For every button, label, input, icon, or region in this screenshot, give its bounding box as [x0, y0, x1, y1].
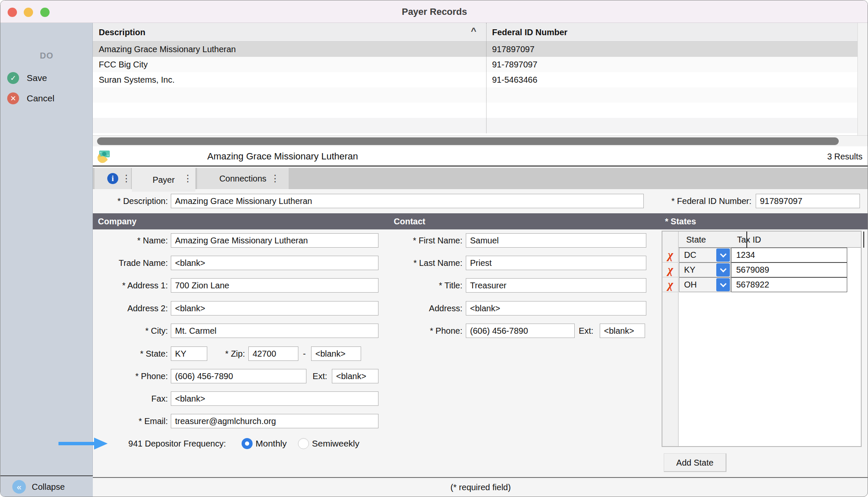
state-dropdown-button[interactable] [716, 278, 730, 291]
delete-state-icon[interactable]: χ [662, 248, 679, 262]
save-button[interactable]: ✓ Save [0, 70, 93, 86]
state-dropdown-button[interactable] [716, 248, 730, 262]
tab-menu-dots-icon[interactable]: ⋮ [270, 168, 280, 189]
column-header-federal-id[interactable]: Federal ID Number [492, 23, 568, 42]
tab-menu-dots-icon[interactable]: ⋮ [122, 168, 131, 189]
fax-label: Fax: [64, 391, 168, 406]
states-header-row: State Tax ID [679, 232, 861, 248]
title-input[interactable]: Treasurer [466, 278, 646, 293]
delete-state-icon[interactable]: χ [662, 262, 679, 277]
tab-payer-label: Payer [153, 175, 175, 185]
column-header-description[interactable]: Description [99, 23, 145, 42]
window-title: Payer Records [0, 0, 868, 23]
contact-ext-input[interactable]: <blank> [600, 324, 645, 338]
zip-input[interactable]: 42700 [248, 346, 298, 361]
section-header-company: Company [98, 213, 136, 229]
states-column-state: State [686, 232, 706, 248]
city-label: * City: [64, 324, 168, 338]
email-input[interactable]: treasurer@agmlchurch.org [171, 414, 378, 428]
cell-description: Suran Systems, Inc. [99, 72, 175, 87]
table-vertical-scrollbar[interactable] [857, 23, 868, 135]
scrollbar-thumb[interactable] [97, 137, 839, 145]
fax-input[interactable]: <blank> [171, 391, 378, 406]
table-row[interactable]: FCC Big City 91-7897097 [93, 57, 857, 72]
federal-id-label: * Federal ID Number: [649, 194, 751, 208]
depositor-frequency-label: 941 Depositor Frequency: [95, 436, 226, 451]
trade-name-label: Trade Name: [64, 256, 168, 270]
table-row-empty [93, 103, 857, 118]
tab-menu-dots-icon[interactable]: ⋮ [183, 168, 192, 189]
zip-plus4-input[interactable]: <blank> [311, 346, 361, 361]
states-row: χ KY 5679089 [662, 262, 861, 277]
radio-monthly[interactable] [242, 438, 253, 449]
chevron-down-icon [720, 265, 726, 272]
state-value: KY [684, 265, 696, 274]
collapse-button[interactable]: « Collapse [0, 475, 93, 497]
state-select[interactable]: OH [679, 277, 731, 292]
collapse-chevrons-icon: « [12, 480, 26, 494]
address1-label: * Address 1: [64, 278, 168, 293]
table-row-empty [93, 118, 857, 133]
company-phone-input[interactable]: (606) 456-7890 [171, 369, 306, 383]
name-input[interactable]: Amazing Grae Missionary Lutheran [171, 233, 378, 248]
company-ext-input[interactable]: <blank> [332, 369, 378, 383]
state-select[interactable]: DC [679, 248, 731, 262]
table-row[interactable]: Suran Systems, Inc. 91-5463466 [93, 72, 857, 87]
table-row-selected[interactable]: Amazing Grace Missionary Lutheran 917897… [93, 42, 857, 57]
description-label: * Description: [64, 194, 168, 208]
table-row-empty [93, 87, 857, 103]
states-table: State Tax ID χ DC 1234 χ KY 5679089 χ OH [662, 231, 862, 447]
first-name-label: * First Name: [361, 233, 462, 248]
contact-phone-input[interactable]: (606) 456-7890 [466, 324, 575, 338]
states-column-divider [863, 232, 864, 248]
state-select[interactable]: KY [679, 262, 731, 277]
contact-phone-label: * Phone: [361, 324, 462, 338]
address2-label: Address 2: [64, 301, 168, 316]
state-value: DC [684, 250, 696, 260]
tax-id-input[interactable]: 5678922 [731, 277, 847, 292]
cell-federal-id: 91-5463466 [492, 72, 537, 87]
address1-input[interactable]: 700 Zion Lane [171, 278, 378, 293]
section-header-bar: Company Contact * States [93, 213, 868, 229]
table-horizontal-scrollbar[interactable] [93, 135, 868, 146]
description-input[interactable]: Amazing Grace Missionary Lutheran [171, 194, 644, 208]
state-dropdown-button[interactable] [716, 263, 730, 276]
company-phone-label: * Phone: [64, 369, 168, 383]
title-label: * Title: [361, 278, 462, 293]
tax-id-input[interactable]: 5679089 [731, 262, 847, 277]
required-field-note: (* required field) [93, 478, 868, 497]
tax-id-input[interactable]: 1234 [731, 248, 847, 262]
delete-state-icon[interactable]: χ [662, 277, 679, 292]
zip-separator: - [299, 346, 309, 361]
save-check-icon: ✓ [7, 72, 19, 84]
sort-ascending-icon[interactable]: ^ [471, 23, 476, 40]
cell-description: Amazing Grace Missionary Lutheran [99, 42, 236, 57]
tab-connections-label: Connections [219, 174, 266, 184]
states-row: χ OH 5678922 [662, 277, 861, 292]
chevron-down-icon [720, 251, 726, 257]
add-state-button[interactable]: Add State [664, 453, 726, 472]
sidebar-section-header: DO [0, 51, 93, 61]
last-name-input[interactable]: Priest [466, 256, 646, 270]
state-input[interactable]: KY [171, 346, 207, 361]
cell-federal-id: 917897097 [492, 42, 534, 57]
record-title: Amazing Grace Missionary Lutheran [207, 146, 358, 167]
cell-description: FCC Big City [99, 57, 148, 72]
trade-name-input[interactable]: <blank> [171, 256, 378, 270]
save-button-label: Save [27, 73, 47, 83]
contact-address-input[interactable]: <blank> [466, 301, 646, 316]
address2-input[interactable]: <blank> [171, 301, 378, 316]
table-header-row: Description ^ Federal ID Number [93, 23, 857, 42]
cell-federal-id: 91-7897097 [492, 57, 537, 72]
radio-semiweekly[interactable] [298, 438, 309, 449]
city-input[interactable]: Mt. Carmel [171, 324, 378, 338]
cancel-button[interactable]: ✕ Cancel [0, 91, 93, 106]
contact-address-label: Address: [361, 301, 462, 316]
federal-id-input[interactable]: 917897097 [756, 194, 860, 208]
cancel-button-label: Cancel [27, 93, 54, 103]
first-name-input[interactable]: Samuel [466, 233, 646, 248]
info-icon: i [107, 173, 118, 184]
record-header: Amazing Grace Missionary Lutheran 3 Resu… [93, 146, 868, 167]
states-row: χ DC 1234 [662, 248, 861, 262]
section-header-states: * States [665, 213, 696, 229]
